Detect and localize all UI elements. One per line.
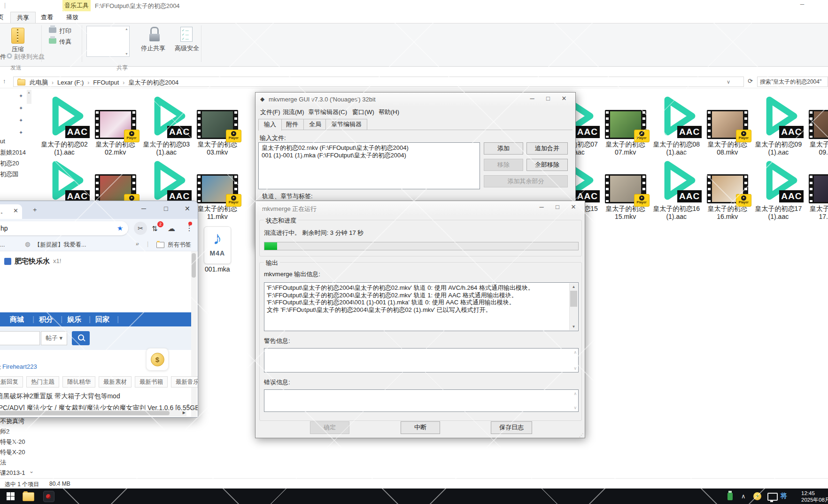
bookmark-item[interactable]: 国语... <box>0 241 5 249</box>
forum-tab[interactable]: 最新书籍 <box>135 376 168 388</box>
file-tile[interactable]: Player皇太子的初恋15.mkv <box>599 158 652 221</box>
minimize-icon[interactable]: ─ <box>525 93 540 104</box>
cloud-extension-icon[interactable]: ☁ <box>168 224 175 233</box>
minimize-icon[interactable]: ─ <box>534 202 549 212</box>
coin-widget[interactable]: $ <box>146 348 169 371</box>
forum-post-title[interactable]: 载] 暗黑破坏神2重置版 带大箱子大背包等mod <box>0 392 120 401</box>
network-tray-icon[interactable] <box>767 493 778 501</box>
menu-help[interactable]: 帮助(H) <box>379 107 399 118</box>
file-tile[interactable]: AAC <box>38 158 91 205</box>
bookmark-star-icon[interactable]: ★ <box>117 221 123 235</box>
tab-attachments[interactable]: 附件 <box>280 119 304 130</box>
tab-chapter-editor[interactable]: 章节编辑器 <box>325 119 367 130</box>
page-scrollbar-thumb[interactable] <box>192 253 196 278</box>
menu-file[interactable]: 文件(F) <box>260 107 280 118</box>
mkvmerge-title-bar[interactable]: ◆ mkvmerge GUI v7.3.0 ('Nouages') 32bit … <box>255 93 575 107</box>
taskbar-clock[interactable]: 12:45 2025年08月1 <box>801 490 828 503</box>
usb-tray-icon[interactable] <box>727 493 733 500</box>
file-tile[interactable]: AAC皇太子的初恋16(1).aac <box>650 158 703 221</box>
url-bar[interactable]: hp ★ <box>0 221 128 235</box>
forum-search-input[interactable] <box>0 331 40 345</box>
tab-global[interactable]: 全局 <box>303 119 327 130</box>
forum-tab[interactable]: 最新音乐 <box>171 376 198 388</box>
taskbar-explorer-icon[interactable] <box>23 492 34 501</box>
tray-chevron-icon[interactable]: ∧ <box>741 493 746 500</box>
coin-tray-icon[interactable]: ✦ <box>753 492 761 500</box>
browser-minimize-icon[interactable]: ─ <box>141 205 146 212</box>
file-tile[interactable]: Player皇太子的初恋08.mkv <box>701 94 754 156</box>
menu-mux[interactable]: 混流(M) <box>283 107 304 118</box>
ime-icon[interactable]: 将 <box>781 492 787 500</box>
forum-tab[interactable]: 随机精华 <box>62 376 95 388</box>
file-tile[interactable]: Player皇太子的初恋03.mkv <box>191 94 244 156</box>
scroll-right-icon[interactable]: ▶ <box>183 411 186 415</box>
input-files-list[interactable]: 皇太子的初恋02.mkv (F:\FFOutput\皇太子的初恋2004) 00… <box>258 142 480 189</box>
output-scrollbar[interactable]: ▲ ▼ <box>569 283 578 330</box>
forum-nav-item[interactable]: 娱乐 <box>67 312 81 326</box>
browser-tab[interactable]: …。 ✕ <box>0 204 22 219</box>
add-button[interactable]: 添加 <box>484 142 523 155</box>
member-link[interactable]: Fireheart223 <box>2 363 37 370</box>
page-scrollbar[interactable] <box>191 251 197 417</box>
input-file-row[interactable]: 皇太子的初恋02.mkv (F:\FFOutput\皇太子的初恋2004) <box>262 144 477 152</box>
file-tile[interactable]: AAC皇太子的初恋03(1).aac <box>140 94 193 156</box>
file-tile[interactable]: Player皇太子的初恋16.mkv <box>701 158 754 221</box>
remove-button[interactable]: 移除 <box>484 159 523 171</box>
browser-close-icon[interactable]: ✕ <box>185 205 190 212</box>
close-icon[interactable]: ✕ <box>566 202 581 212</box>
input-file-row[interactable]: 001 (1)-001 (1).mka (F:\FFOutput\皇太子的初恋2… <box>262 152 477 159</box>
menu-window[interactable]: 窗口(W) <box>352 107 374 118</box>
bookmark-item[interactable]: 【新提醒】我爱看... <box>34 241 86 249</box>
save-log-button[interactable]: 保存日志 <box>491 421 532 434</box>
scrollbar-thumb[interactable] <box>570 291 577 307</box>
file-tile[interactable]: ♪M4A001.mka <box>191 225 244 273</box>
scroll-up-icon[interactable]: ▲ <box>570 283 578 290</box>
new-tab-icon[interactable]: ＋ <box>31 206 38 214</box>
dropdown-caret-icon[interactable]: ▾ <box>187 403 189 408</box>
search-type-dropdown[interactable]: 帖子 ▾ <box>41 331 67 345</box>
scissors-extension-icon[interactable]: ✂ <box>134 222 147 235</box>
file-tile[interactable]: AAC <box>140 158 193 205</box>
file-tile[interactable]: Player皇太子的初恋02.mkv <box>89 94 142 156</box>
ok-button[interactable]: 确定 <box>310 421 349 434</box>
file-tile[interactable]: Player <box>89 158 142 205</box>
file-tile[interactable]: AAC皇太子的初恋08(1).aac <box>650 94 703 156</box>
maximize-icon[interactable]: □ <box>541 93 556 104</box>
file-tile[interactable]: Player皇太子的初恋11.mkv <box>191 158 244 221</box>
file-tile[interactable]: Player皇太子的初恋17.mkv <box>803 158 828 221</box>
forum-nav-item[interactable]: 商城 <box>10 312 24 326</box>
file-tile[interactable]: AAC皇太子的初恋17(1).aac <box>752 158 805 221</box>
menu-chapter-editor[interactable]: 章节编辑器(C) <box>308 107 347 118</box>
remove-all-button[interactable]: 全部移除 <box>526 159 568 171</box>
forum-tab[interactable]: 最新素材 <box>99 376 132 388</box>
add-rest-button[interactable]: 添加其余部分 <box>484 175 568 187</box>
close-icon[interactable]: ✕ <box>557 93 572 104</box>
file-tile[interactable]: Player皇太子的初恋07.mkv <box>599 94 652 156</box>
start-button[interactable] <box>7 492 15 500</box>
errors-box[interactable]: ∧ ∨ <box>264 389 579 412</box>
bookmarks-folder-icon[interactable] <box>156 242 164 248</box>
tab-close-icon[interactable]: ✕ <box>13 207 18 214</box>
file-tile[interactable]: AAC皇太子的初恋09(1).aac <box>752 94 805 156</box>
file-tile[interactable]: Player皇太子的初恋09.mkv <box>803 94 828 156</box>
taskbar-media-player-icon[interactable] <box>43 491 54 502</box>
resize-grip-icon[interactable]: ⋰ <box>579 433 584 438</box>
spin-up-icon[interactable]: ∧ <box>573 350 577 355</box>
all-bookmarks-button[interactable]: 所有书签 <box>168 241 191 249</box>
spin-down-icon[interactable]: ∨ <box>573 366 577 371</box>
spin-down-icon[interactable]: ∨ <box>573 405 577 410</box>
bookmarks-overflow-icon[interactable]: » <box>136 240 139 247</box>
horizontal-scrollbar-thumb[interactable] <box>0 411 170 415</box>
forum-nav-item[interactable]: 积分 <box>39 312 53 326</box>
sort-extension-icon[interactable]: ⇅ <box>152 225 158 233</box>
horizontal-scrollbar[interactable]: ▶ <box>0 410 186 416</box>
warnings-box[interactable]: ∧ ∨ <box>264 348 579 372</box>
output-messages-box[interactable]: 'F:\FFOutput\皇太子的初恋2004\皇太子的初恋02.mkv' 轨道… <box>264 282 579 331</box>
forum-search-button[interactable] <box>72 331 90 345</box>
spin-up-icon[interactable]: ∧ <box>573 391 577 396</box>
forum-tab[interactable]: 最新回复 <box>0 376 23 388</box>
scroll-down-icon[interactable]: ▼ <box>570 323 578 330</box>
forum-tab[interactable]: 热门主题 <box>26 376 59 388</box>
append-button[interactable]: 追加合并 <box>526 142 568 155</box>
forum-nav-item[interactable]: 回家 <box>95 312 109 326</box>
